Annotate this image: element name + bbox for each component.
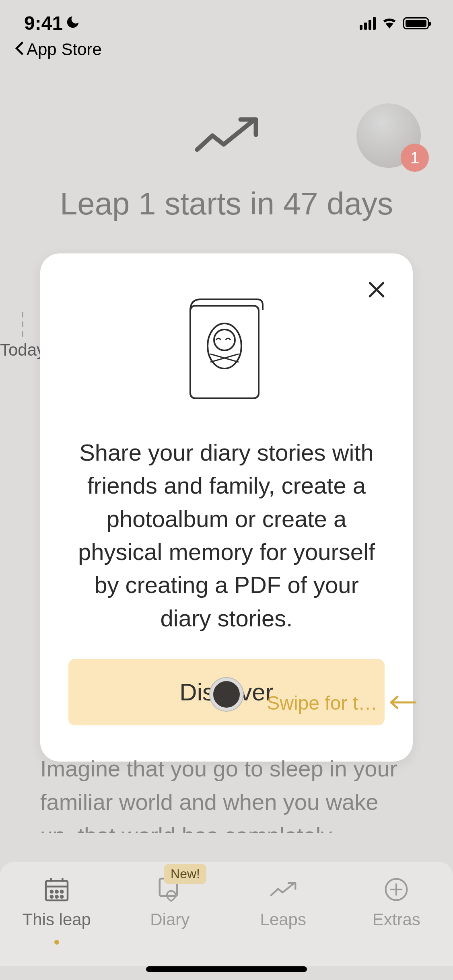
home-indicator[interactable] [146,966,307,972]
back-label: App Store [27,40,102,59]
tab-label: Diary [150,910,189,929]
back-to-app-store[interactable]: App Store [0,37,453,59]
tab-label: This leap [23,910,91,929]
svg-point-11 [56,891,58,893]
close-button[interactable] [364,278,389,302]
tab-label: Leaps [260,910,306,929]
tab-leaps[interactable]: Leaps [226,876,340,929]
tab-diary[interactable]: New! Diary [113,876,227,929]
svg-point-4 [214,329,235,350]
status-bar: 9:41 [0,0,453,37]
trend-up-icon [192,115,261,157]
moon-icon [65,12,80,34]
cellular-icon [360,17,376,30]
svg-point-10 [50,891,52,893]
today-label: Today [0,340,45,360]
status-left: 9:41 [24,12,80,34]
time-text: 9:41 [24,12,63,34]
page-title: Leap 1 starts in 47 days [28,173,425,222]
svg-point-13 [50,896,52,898]
arrow-left-icon [389,692,417,714]
svg-point-12 [61,891,63,893]
leap-description: Imagine that you go to sleep in your fam… [40,752,413,833]
tab-extras[interactable]: Extras [340,876,453,929]
svg-rect-2 [190,306,259,398]
profile-avatar[interactable]: 1 [356,103,421,168]
svg-point-14 [56,896,58,898]
badge-count: 1 [410,149,419,167]
active-tab-dot [54,940,59,945]
status-icons [360,16,429,30]
tab-bar-container: This leap New! Diary Leaps [0,862,453,980]
leap-header: 1 Leap 1 starts in 47 days [0,115,453,222]
notification-badge: 1 [401,144,429,172]
new-badge: New! [164,864,206,884]
today-marker: Today [0,310,45,360]
modal-description: Share your diary stories with friends an… [68,428,385,659]
svg-point-15 [61,896,63,898]
tab-bar: This leap New! Diary Leaps [0,862,453,966]
wifi-icon [381,16,397,30]
chevron-left-icon [14,40,24,59]
home-indicator-area [0,966,453,980]
tab-this-leap[interactable]: This leap [0,876,113,945]
trend-icon [269,876,298,903]
swipe-hint-label: Swipe for t… [267,692,377,714]
page-indicator-dot[interactable] [210,678,243,711]
calendar-icon [42,876,71,903]
battery-icon [403,17,429,29]
plus-circle-icon [383,876,410,903]
swipe-hint[interactable]: Swipe for t… [267,692,417,714]
tab-label: Extras [373,910,420,929]
status-time: 9:41 [24,12,80,34]
diary-book-icon [186,294,267,404]
